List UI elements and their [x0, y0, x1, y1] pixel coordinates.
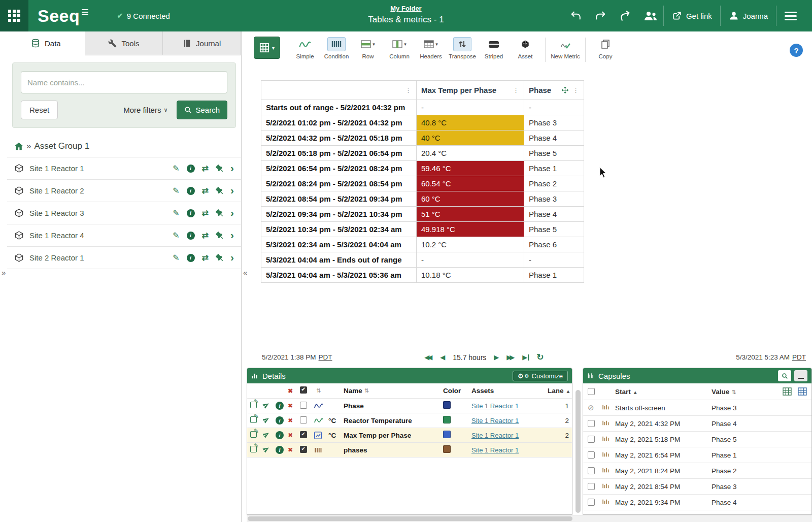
swap-icon[interactable]: ⇄ — [202, 232, 209, 240]
item-name[interactable]: Max Temp per Phase — [344, 432, 443, 439]
breadcrumb[interactable]: My Folder — [390, 5, 421, 12]
color-swatch[interactable] — [443, 401, 451, 409]
pin-icon[interactable] — [216, 187, 223, 194]
edit-item-icon[interactable]: ✎ — [250, 446, 257, 452]
asset-item[interactable]: Site 2 Reactor 1 ✎ i ⇄ › — [7, 247, 241, 269]
user-menu[interactable]: Joanna — [720, 6, 776, 26]
edit-item-icon[interactable]: ✎ — [250, 402, 257, 408]
column-menu-icon[interactable]: ⋮ — [513, 86, 519, 94]
tab-tools[interactable]: Tools — [85, 31, 163, 55]
item-info-icon[interactable]: i — [276, 446, 284, 454]
asset-item-label[interactable]: Site 1 Reactor 3 — [29, 209, 173, 217]
chevron-right-icon[interactable]: › — [230, 252, 234, 263]
remove-all-icon[interactable]: ✖ — [288, 387, 300, 395]
collaborators-button[interactable] — [638, 6, 663, 26]
range-start[interactable]: 5/2/2021 1:38 PMPDT — [262, 353, 332, 361]
add-column-icon[interactable] — [783, 387, 792, 396]
item-checkbox[interactable] — [300, 446, 307, 453]
details-row[interactable]: ✎ i ✖ Phase — [247, 399, 572, 413]
capsule-checkbox[interactable] — [588, 420, 595, 427]
table-header-phase[interactable]: Phase ⋮ — [524, 81, 584, 100]
info-icon[interactable]: i — [187, 165, 195, 173]
asset-item[interactable]: Site 1 Reactor 2 ✎ i ⇄ › — [7, 180, 241, 202]
remove-item-icon[interactable]: ✖ — [288, 402, 300, 409]
edit-icon[interactable]: ✎ — [173, 232, 179, 240]
horizontal-scrollbar[interactable] — [247, 515, 812, 522]
tool-column[interactable]: ▾ Column — [384, 37, 415, 59]
step-back-half-icon[interactable]: ◀◀ — [424, 353, 432, 361]
chevron-right-icon[interactable]: › — [230, 185, 234, 195]
chevron-right-icon[interactable]: › — [230, 230, 234, 240]
asset-link[interactable]: Site 1 Reactor 1 — [471, 432, 519, 439]
edit-icon[interactable]: ✎ — [173, 254, 179, 262]
info-icon[interactable]: i — [187, 254, 195, 262]
remove-item-icon[interactable]: ✖ — [288, 432, 300, 439]
help-button[interactable]: ? — [790, 44, 803, 57]
capsule-checkbox[interactable] — [588, 436, 595, 443]
remove-item-icon[interactable]: ✖ — [288, 446, 300, 453]
column-menu-icon[interactable]: ⋮ — [572, 86, 579, 94]
sort-icon[interactable]: ⇅ — [364, 387, 369, 394]
color-swatch[interactable] — [443, 431, 451, 438]
capsule-checkbox[interactable] — [588, 499, 595, 506]
item-name[interactable]: Reactor Temperature — [344, 417, 443, 425]
table-header-capsule[interactable]: ⋮ — [261, 81, 417, 100]
timezone-link[interactable]: PDT — [319, 353, 332, 361]
step-forward-icon[interactable]: ▶ — [494, 353, 499, 361]
item-checkbox[interactable] — [300, 416, 307, 423]
trend-item-icon[interactable] — [263, 416, 276, 425]
table-row[interactable]: Starts out of range - 5/2/2021 04:32 pm … — [261, 100, 584, 115]
vertical-scrollbar[interactable] — [575, 368, 581, 515]
color-swatch[interactable] — [443, 416, 451, 423]
select-all-checkbox[interactable] — [300, 386, 307, 394]
asset-group-label[interactable]: Asset Group 1 — [34, 141, 89, 151]
collapse-sidebar-chevron[interactable]: « — [243, 268, 247, 277]
expand-panel-chevron[interactable]: » — [2, 268, 6, 277]
chevron-right-icon[interactable]: › — [230, 207, 234, 218]
timezone-link[interactable]: PDT — [792, 353, 806, 361]
more-filters-link[interactable]: More filters ∨ — [123, 106, 167, 114]
table-row[interactable]: 5/2/2021 04:32 pm - 5/2/2021 05:18 pm 40… — [261, 130, 584, 146]
item-info-icon[interactable]: i — [276, 416, 284, 425]
trend-item-icon[interactable] — [263, 446, 276, 454]
edit-icon[interactable]: ✎ — [173, 187, 179, 195]
details-row[interactable]: ✎ i ✖ phases — [247, 443, 572, 458]
get-link-button[interactable]: Get link — [663, 6, 720, 26]
minimize-panel-button[interactable] — [794, 370, 807, 381]
asset-item-label[interactable]: Site 1 Reactor 1 — [29, 164, 173, 173]
table-row[interactable]: 5/3/2021 04:04 am - Ends out of range - … — [261, 252, 584, 268]
swap-icon[interactable]: ⇄ — [202, 165, 209, 173]
edit-icon[interactable]: ✎ — [173, 165, 179, 173]
details-row[interactable]: ✎ i ✖ °C Max Temp per Phase — [247, 428, 572, 443]
tool-transpose[interactable]: Transpose — [447, 37, 478, 59]
share-button[interactable] — [613, 6, 638, 26]
asset-link[interactable]: Site 1 Reactor 1 — [471, 402, 519, 410]
item-info-icon[interactable]: i — [276, 431, 284, 439]
column-menu-icon[interactable]: ⋮ — [405, 86, 412, 94]
pin-icon[interactable] — [216, 209, 223, 217]
capsule-row[interactable]: ⊘ May 2, 2021 5:18 PM Phase 5 — [583, 432, 811, 447]
capsule-row[interactable]: ⊘ May 2, 2021 9:34 PM Phase 4 — [583, 495, 811, 510]
scrollbar-thumb[interactable] — [248, 516, 572, 521]
table-row[interactable]: 5/3/2021 04:04 am - 5/3/2021 05:36 am 10… — [261, 268, 584, 283]
duration-label[interactable]: 15.7 hours — [453, 353, 486, 362]
chevron-right-icon[interactable]: › — [230, 162, 234, 173]
refresh-icon[interactable]: ↻ — [536, 352, 544, 363]
add-stat-column-icon[interactable] — [798, 387, 807, 396]
lane-column-header[interactable]: Lane▲ — [548, 387, 569, 395]
capsule-row[interactable]: ⊘ May 2, 2021 8:24 PM Phase 2 — [583, 463, 811, 479]
connection-status[interactable]: ✔ 9 Connected — [117, 11, 170, 20]
capsules-select-all-checkbox[interactable] — [588, 388, 595, 395]
table-row[interactable]: 5/2/2021 06:54 pm - 5/2/2021 08:24 pm 59… — [261, 161, 584, 176]
capsule-checkbox[interactable] — [588, 451, 595, 459]
tool-new-metric[interactable]: New Metric — [550, 37, 581, 59]
table-header-max-temp[interactable]: Max Temp per Phase⋮ — [417, 81, 524, 100]
color-swatch[interactable] — [443, 445, 451, 453]
asset-item[interactable]: Site 1 Reactor 1 ✎ i ⇄ › — [7, 157, 241, 180]
item-info-icon[interactable]: i — [276, 402, 284, 410]
tool-headers[interactable]: ▾ Headers — [415, 37, 447, 59]
tool-striped[interactable]: Striped — [478, 37, 510, 59]
step-to-end-icon[interactable]: ▶ — [522, 353, 529, 361]
edit-icon[interactable]: ✎ — [173, 209, 179, 217]
table-row[interactable]: 5/2/2021 09:34 pm - 5/2/2021 10:34 pm 51… — [261, 207, 584, 222]
